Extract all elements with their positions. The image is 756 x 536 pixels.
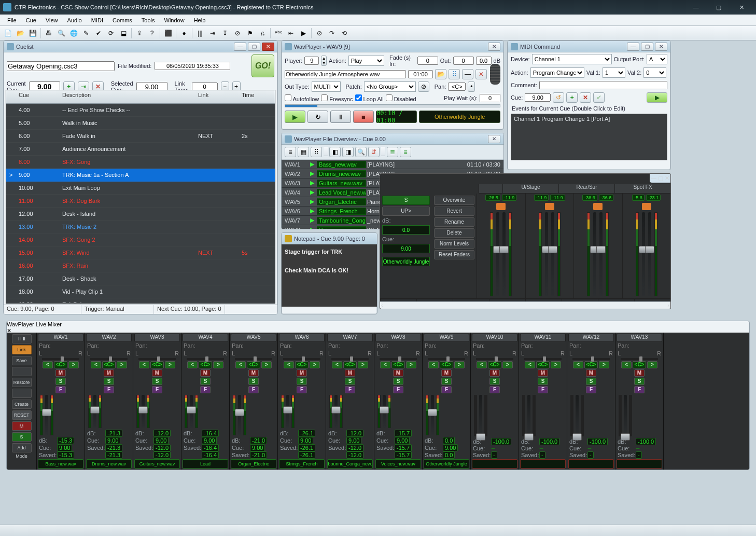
next-icon[interactable]: > — [599, 361, 609, 368]
cue-row[interactable]: 15.00SFX: WindNEXT5s — [6, 246, 275, 259]
player-spinner[interactable]: ▲▼ — [321, 56, 327, 66]
center-icon[interactable]: <C> — [343, 361, 357, 368]
outport-select[interactable]: A — [647, 54, 667, 64]
toolbar-button-7[interactable]: ✎ — [80, 28, 92, 39]
toolbar-button-9[interactable]: ⟳ — [105, 28, 117, 39]
cue-row[interactable]: 4.00-- End Pre Show Checks -- — [6, 104, 275, 117]
cue-row[interactable]: >9.00TRK: Music 1a - Section A — [6, 169, 275, 182]
menu-midi[interactable]: MIDI — [87, 16, 107, 24]
mute-button[interactable]: M — [345, 369, 355, 377]
patch-select[interactable]: <No Group> — [364, 81, 416, 92]
prev-icon[interactable]: < — [428, 361, 439, 368]
solo-button[interactable]: S — [382, 196, 430, 205]
side-overwrite-button[interactable]: Overwrite — [434, 196, 474, 205]
cue-row[interactable]: 5.00Walk in Music — [6, 117, 275, 130]
playwait-field[interactable] — [480, 94, 500, 102]
pan-slider[interactable] — [621, 358, 658, 360]
lm-left-add-mode[interactable]: Add Mode — [12, 443, 32, 452]
next-icon[interactable]: > — [310, 361, 320, 368]
toolbar-button-10[interactable]: ⬓ — [118, 28, 129, 39]
val1-select[interactable]: 1 — [603, 67, 625, 78]
menu-comms[interactable]: Comms — [108, 16, 136, 24]
center-icon[interactable]: <C> — [54, 361, 67, 368]
side-revert-button[interactable]: Revert — [434, 207, 474, 216]
fx-button[interactable]: F — [55, 386, 66, 393]
go-button[interactable]: GO! — [251, 54, 274, 77]
fx-button[interactable]: F — [104, 386, 114, 393]
fadein-field[interactable] — [417, 57, 438, 65]
scroll-left-icon[interactable]: ‹ — [381, 302, 383, 309]
prev-icon[interactable]: < — [43, 361, 53, 368]
fadeout-field[interactable] — [453, 57, 474, 65]
player-number-field[interactable] — [304, 57, 319, 65]
prev-icon[interactable]: < — [380, 361, 390, 368]
channel-fader[interactable] — [572, 433, 582, 441]
center-icon[interactable]: <C> — [584, 361, 598, 368]
fo-tool-1[interactable]: ◧ — [329, 147, 341, 157]
lm-left-link[interactable]: Link — [12, 345, 32, 354]
db-field[interactable] — [476, 57, 492, 65]
col-cue[interactable]: Cue — [16, 90, 59, 103]
solo-button[interactable]: S — [489, 378, 500, 385]
fx-button[interactable]: F — [634, 386, 645, 393]
play-button[interactable]: ▶ — [285, 111, 305, 123]
toolbar-button-23[interactable]: ⚑ — [244, 28, 256, 39]
midi-delete-button[interactable]: ✕ — [580, 92, 591, 103]
cue-row[interactable]: 6.00Fade Walk inNEXT2s — [6, 130, 275, 143]
window-minimize-button[interactable]: — — [684, 2, 707, 13]
action-select[interactable]: Play — [348, 56, 384, 66]
panel-minimize-button[interactable]: — — [651, 175, 656, 182]
mute-button[interactable]: M — [152, 369, 162, 377]
prev-icon[interactable]: < — [139, 361, 149, 368]
next-icon[interactable]: > — [261, 361, 272, 368]
toolbar-button-31[interactable]: ↷ — [326, 28, 338, 39]
fader-handle[interactable] — [645, 246, 654, 253]
clear-file-button[interactable]: — — [462, 69, 473, 79]
next-icon[interactable]: > — [551, 361, 561, 368]
center-icon[interactable]: <C> — [391, 361, 405, 368]
stop-button[interactable]: ■ — [353, 111, 374, 123]
channel-fader[interactable] — [621, 433, 630, 441]
next-icon[interactable]: > — [68, 361, 79, 368]
col-time[interactable]: Time — [239, 90, 275, 103]
mute-button[interactable]: M — [586, 369, 596, 377]
toolbar-button-32[interactable]: ⟲ — [339, 28, 350, 39]
prev-icon[interactable]: < — [187, 361, 198, 368]
channel-fader[interactable] — [428, 409, 437, 416]
fo-tool-2[interactable]: ◨ — [342, 147, 354, 157]
panel-close-button[interactable]: ✕ — [655, 43, 667, 51]
link-icon[interactable] — [545, 203, 554, 210]
progress-bar[interactable] — [285, 104, 500, 107]
mute-button[interactable]: M — [200, 369, 211, 377]
toolbar-button-17[interactable]: ● — [178, 28, 190, 39]
lm-left-save[interactable]: Save — [12, 356, 32, 365]
pan-slider[interactable] — [90, 358, 128, 360]
panel-close-button[interactable]: ✕ — [665, 175, 669, 182]
pan-slider[interactable] — [331, 358, 369, 360]
next-icon[interactable]: > — [502, 361, 513, 368]
cue-row[interactable]: 8.00SFX: Gong — [6, 156, 275, 169]
toolbar-button-5[interactable]: 🔍 — [55, 28, 67, 39]
fx-button[interactable]: F — [393, 386, 403, 393]
loopall-checkbox[interactable]: Loop All — [355, 94, 384, 102]
cue-row[interactable]: 19.00Exit Bob — [6, 298, 275, 303]
mute-button[interactable]: M — [297, 369, 307, 377]
channel-fader[interactable] — [138, 406, 148, 414]
pan-reset-button[interactable]: • — [468, 81, 475, 92]
col-description[interactable]: Description — [59, 90, 195, 103]
panel-minimize-button[interactable]: — — [234, 43, 246, 51]
mute-button[interactable]: M — [489, 369, 500, 377]
pan-slider[interactable] — [428, 358, 465, 360]
side-reset-faders-button[interactable]: Reset Faders — [434, 250, 474, 259]
center-icon[interactable]: <C> — [488, 361, 501, 368]
disabled-checkbox[interactable]: Disabled — [386, 94, 416, 102]
midi-send-button[interactable]: ▶ — [647, 92, 667, 103]
side-norm-levels-button[interactable]: Norm Levels — [434, 239, 474, 249]
cue-row[interactable]: 11.00SFX: Dog Bark — [6, 195, 275, 208]
center-icon[interactable]: <C> — [199, 361, 212, 368]
solo-button[interactable]: S — [248, 378, 259, 385]
fx-button[interactable]: F — [345, 386, 355, 393]
file-row[interactable]: WAV1▶Bass_new.wav[PLAYING]01:10 / 03:30 — [282, 160, 503, 169]
side-delete-button[interactable]: Delete — [434, 228, 474, 238]
solo-button[interactable]: S — [152, 378, 162, 385]
